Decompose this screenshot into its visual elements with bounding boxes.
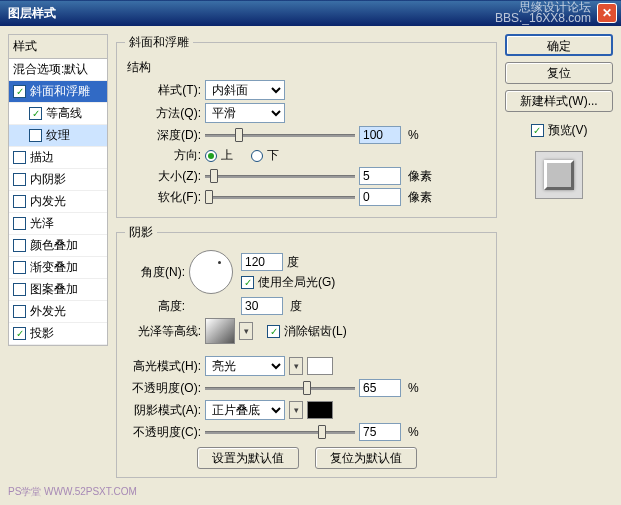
style-item-checkbox[interactable]	[13, 261, 26, 274]
style-item-label: 描边	[30, 149, 54, 166]
altitude-input[interactable]	[241, 297, 283, 315]
style-item-6[interactable]: 光泽	[9, 213, 107, 235]
style-item-label: 斜面和浮雕	[30, 83, 90, 100]
gloss-contour-dropdown[interactable]: ▾	[239, 322, 253, 340]
style-item-label: 纹理	[46, 127, 70, 144]
bevel-legend: 斜面和浮雕	[125, 34, 193, 51]
style-item-label: 等高线	[46, 105, 82, 122]
shading-fieldset: 阴影 角度(N): 度 ✓使用全局光(G) 高度: 度	[116, 224, 497, 478]
size-input[interactable]	[359, 167, 401, 185]
depth-slider[interactable]	[205, 126, 355, 144]
altitude-label: 高度:	[125, 298, 185, 315]
new-style-button[interactable]: 新建样式(W)...	[505, 90, 613, 112]
style-item-2[interactable]: 纹理	[9, 125, 107, 147]
style-item-9[interactable]: 图案叠加	[9, 279, 107, 301]
style-item-label: 光泽	[30, 215, 54, 232]
direction-down-radio[interactable]	[251, 150, 263, 162]
style-item-label: 外发光	[30, 303, 66, 320]
style-item-5[interactable]: 内发光	[9, 191, 107, 213]
footer-badge: PS学堂 WWW.52PSXT.COM	[8, 485, 137, 499]
settings-panel: 斜面和浮雕 结构 样式(T): 内斜面 方法(Q): 平滑 深度(D): % 方…	[116, 34, 497, 497]
highlight-mode-label: 高光模式(H):	[125, 358, 201, 375]
style-item-checkbox[interactable]	[13, 173, 26, 186]
structure-header: 结构	[127, 59, 488, 76]
style-item-label: 颜色叠加	[30, 237, 78, 254]
highlight-mode-chev[interactable]: ▾	[289, 357, 303, 375]
bevel-fieldset: 斜面和浮雕 结构 样式(T): 内斜面 方法(Q): 平滑 深度(D): % 方…	[116, 34, 497, 218]
shadow-mode-chev[interactable]: ▾	[289, 401, 303, 419]
global-light-checkbox[interactable]: ✓使用全局光(G)	[241, 274, 335, 291]
angle-input[interactable]	[241, 253, 283, 271]
style-item-label: 渐变叠加	[30, 259, 78, 276]
styles-sidebar: 样式 混合选项:默认 ✓斜面和浮雕✓等高线纹理描边内阴影内发光光泽颜色叠加渐变叠…	[8, 34, 108, 497]
close-button[interactable]: ✕	[597, 3, 617, 23]
style-item-checkbox[interactable]	[13, 283, 26, 296]
style-item-checkbox[interactable]: ✓	[13, 327, 26, 340]
shadow-mode-label: 阴影模式(A):	[125, 402, 201, 419]
style-item-label: 投影	[30, 325, 54, 342]
antialias-checkbox[interactable]: ✓消除锯齿(L)	[267, 323, 347, 340]
style-item-checkbox[interactable]	[13, 305, 26, 318]
direction-up-radio[interactable]	[205, 150, 217, 162]
depth-label: 深度(D):	[125, 127, 201, 144]
highlight-mode-select[interactable]: 亮光	[205, 356, 285, 376]
style-item-3[interactable]: 描边	[9, 147, 107, 169]
style-item-11[interactable]: ✓投影	[9, 323, 107, 345]
direction-label: 方向:	[125, 147, 201, 164]
style-item-checkbox[interactable]	[13, 151, 26, 164]
style-item-0[interactable]: ✓斜面和浮雕	[9, 81, 107, 103]
preview-swatch	[535, 151, 583, 199]
styles-header: 样式	[9, 35, 107, 59]
soften-label: 软化(F):	[125, 189, 201, 206]
style-item-8[interactable]: 渐变叠加	[9, 257, 107, 279]
soften-input[interactable]	[359, 188, 401, 206]
highlight-color-swatch[interactable]	[307, 357, 333, 375]
set-default-button[interactable]: 设置为默认值	[197, 447, 299, 469]
style-item-checkbox[interactable]: ✓	[13, 85, 26, 98]
watermark: 思缘设计论坛BBS._16XX8.com	[495, 2, 591, 24]
style-item-label: 内阴影	[30, 171, 66, 188]
depth-input[interactable]	[359, 126, 401, 144]
technique-select[interactable]: 平滑	[205, 103, 285, 123]
style-select[interactable]: 内斜面	[205, 80, 285, 100]
size-label: 大小(Z):	[125, 168, 201, 185]
style-item-checkbox[interactable]	[13, 239, 26, 252]
angle-wheel[interactable]	[189, 250, 233, 294]
shadow-mode-select[interactable]: 正片叠底	[205, 400, 285, 420]
shadow-opacity-slider[interactable]	[205, 423, 355, 441]
preview-checkbox[interactable]: ✓预览(V)	[531, 122, 588, 139]
style-item-label: 内发光	[30, 193, 66, 210]
gloss-label: 光泽等高线:	[125, 323, 201, 340]
style-item-10[interactable]: 外发光	[9, 301, 107, 323]
blend-options-row[interactable]: 混合选项:默认	[9, 59, 107, 81]
angle-label: 角度(N):	[125, 264, 185, 281]
titlebar: 图层样式 思缘设计论坛BBS._16XX8.com ✕	[0, 0, 621, 26]
style-label: 样式(T):	[125, 82, 201, 99]
cancel-button[interactable]: 复位	[505, 62, 613, 84]
highlight-opacity-label: 不透明度(O):	[125, 380, 201, 397]
action-column: 确定 复位 新建样式(W)... ✓预览(V)	[505, 34, 613, 497]
highlight-opacity-input[interactable]	[359, 379, 401, 397]
technique-label: 方法(Q):	[125, 105, 201, 122]
style-item-checkbox[interactable]	[13, 195, 26, 208]
style-item-label: 图案叠加	[30, 281, 78, 298]
style-item-checkbox[interactable]	[29, 129, 42, 142]
style-item-checkbox[interactable]: ✓	[29, 107, 42, 120]
shadow-color-swatch[interactable]	[307, 401, 333, 419]
soften-slider[interactable]	[205, 188, 355, 206]
shading-legend: 阴影	[125, 224, 157, 241]
reset-default-button[interactable]: 复位为默认值	[315, 447, 417, 469]
ok-button[interactable]: 确定	[505, 34, 613, 56]
highlight-opacity-slider[interactable]	[205, 379, 355, 397]
style-item-1[interactable]: ✓等高线	[9, 103, 107, 125]
gloss-contour-picker[interactable]	[205, 318, 235, 344]
style-item-7[interactable]: 颜色叠加	[9, 235, 107, 257]
size-slider[interactable]	[205, 167, 355, 185]
shadow-opacity-label: 不透明度(C):	[125, 424, 201, 441]
window-title: 图层样式	[8, 5, 56, 22]
shadow-opacity-input[interactable]	[359, 423, 401, 441]
style-item-checkbox[interactable]	[13, 217, 26, 230]
style-item-4[interactable]: 内阴影	[9, 169, 107, 191]
